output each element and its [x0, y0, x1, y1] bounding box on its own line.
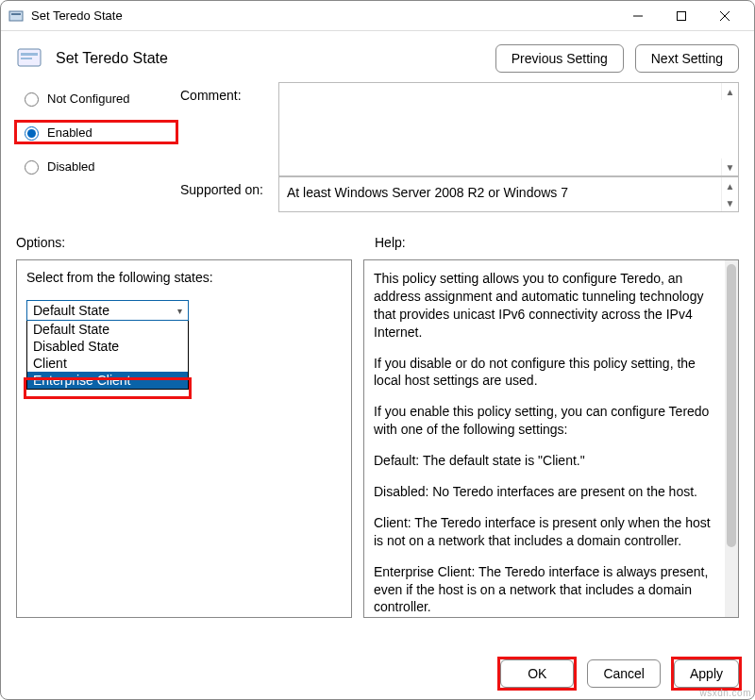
help-p3: If you enable this policy setting, you c… — [374, 403, 715, 439]
cancel-button[interactable]: Cancel — [587, 659, 661, 688]
svg-rect-8 — [21, 58, 32, 59]
pane-labels: Options: Help: — [1, 212, 754, 259]
help-p2: If you disable or do not configure this … — [374, 355, 715, 391]
radio-disabled-input[interactable] — [25, 160, 39, 175]
titlebar: Set Teredo State — [1, 1, 754, 31]
help-p1: This policy setting allows you to config… — [374, 270, 715, 342]
options-prompt: Select from the following states: — [26, 270, 342, 285]
radio-disabled[interactable]: Disabled — [16, 156, 176, 176]
state-dropdown-wrap: Default State ▾ Default State Disabled S… — [26, 300, 342, 390]
svg-rect-3 — [678, 11, 686, 20]
state-option-default[interactable]: Default State — [27, 321, 188, 338]
options-label: Options: — [16, 235, 375, 250]
chevron-down-icon: ▾ — [177, 306, 182, 316]
policy-icon — [16, 45, 46, 72]
scrollbar-thumb[interactable] — [727, 264, 736, 547]
radio-enabled-input[interactable] — [25, 126, 39, 141]
next-setting-button[interactable]: Next Setting — [635, 44, 739, 73]
ok-button[interactable]: OK — [500, 659, 574, 688]
scroll-up-icon[interactable]: ▲ — [721, 177, 738, 194]
close-button[interactable] — [703, 1, 747, 31]
window-buttons — [616, 1, 747, 31]
policy-title: Set Teredo State — [56, 50, 495, 67]
radio-not-configured-input[interactable] — [25, 92, 39, 107]
radio-enabled-label: Enabled — [47, 125, 92, 140]
apply-button[interactable]: Apply — [674, 659, 739, 688]
help-label: Help: — [375, 235, 406, 250]
scroll-down-icon[interactable]: ▼ — [721, 158, 738, 175]
help-p7: Enterprise Client: The Teredo interface … — [374, 563, 715, 617]
comment-field[interactable]: ▲ ▼ — [278, 82, 739, 176]
watermark: wsxdn.com — [699, 688, 751, 698]
window-title: Set Teredo State — [31, 8, 616, 23]
policy-dialog: Set Teredo State Set Teredo State Previo… — [0, 0, 755, 700]
svg-rect-7 — [21, 53, 38, 56]
help-p6: Client: The Teredo interface is present … — [374, 514, 715, 550]
state-option-enterprise[interactable]: Enterprise Client — [27, 372, 188, 389]
maximize-button[interactable] — [660, 1, 703, 31]
help-p4: Default: The default state is "Client." — [374, 452, 715, 470]
help-pane: This policy setting allows you to config… — [363, 259, 739, 618]
radio-enabled[interactable]: Enabled — [16, 122, 176, 142]
footer: OK Cancel Apply — [1, 648, 754, 699]
header: Set Teredo State Previous Setting Next S… — [1, 31, 754, 78]
previous-setting-button[interactable]: Previous Setting — [495, 44, 624, 73]
supported-value: At least Windows Server 2008 R2 or Windo… — [287, 185, 568, 200]
help-text: This policy setting allows you to config… — [374, 270, 729, 618]
state-option-client[interactable]: Client — [27, 355, 188, 372]
radio-not-configured-label: Not Configured — [47, 92, 129, 106]
state-dropdown-value: Default State — [33, 303, 109, 318]
minimize-button[interactable] — [616, 1, 660, 31]
svg-rect-1 — [11, 13, 21, 15]
state-dropdown-list[interactable]: Default State Disabled State Client Ente… — [26, 320, 189, 390]
options-pane: Select from the following states: Defaul… — [16, 259, 352, 618]
state-option-disabled[interactable]: Disabled State — [27, 338, 188, 355]
scroll-up-icon[interactable]: ▲ — [721, 83, 738, 100]
panes: Select from the following states: Defaul… — [1, 259, 754, 618]
supported-label: Supported on: — [180, 176, 275, 212]
supported-field: At least Windows Server 2008 R2 or Windo… — [278, 176, 739, 212]
state-dropdown[interactable]: Default State ▾ — [26, 300, 189, 321]
help-p5: Disabled: No Teredo interfaces are prese… — [374, 483, 715, 501]
app-icon — [8, 8, 24, 24]
radio-not-configured[interactable]: Not Configured — [16, 88, 176, 108]
comment-label: Comment: — [180, 82, 275, 176]
config-grid: Not Configured Enabled Disabled Comment:… — [1, 78, 754, 212]
help-scrollbar[interactable] — [725, 260, 738, 617]
radio-disabled-label: Disabled — [47, 159, 95, 174]
scroll-down-icon[interactable]: ▼ — [721, 194, 738, 211]
state-radio-group: Not Configured Enabled Disabled — [16, 82, 176, 176]
svg-rect-0 — [9, 11, 23, 21]
